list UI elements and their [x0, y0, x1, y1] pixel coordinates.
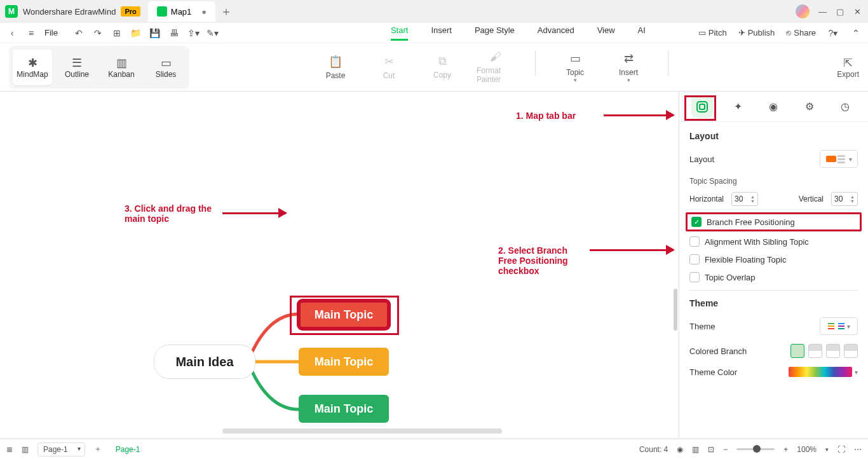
copy-button[interactable]: ⧉Copy [423, 50, 461, 84]
flex-floating-checkbox[interactable] [689, 254, 700, 264]
vertical-input[interactable]: 30▲▼ [831, 192, 858, 206]
view-icon[interactable]: ◉ [677, 445, 683, 454]
theme-label: Theme [689, 322, 715, 331]
view-outline[interactable]: ☰Outline [57, 50, 97, 85]
tab-ai[interactable]: AI [638, 25, 646, 41]
topic-button[interactable]: ▭Topic▾ [556, 50, 594, 84]
paste-button[interactable]: 📋Paste [316, 50, 355, 84]
publish-button[interactable]: ✈Publish [738, 28, 775, 38]
layout-selector[interactable]: ▾ [820, 150, 858, 168]
user-avatar[interactable] [796, 4, 810, 18]
options-button[interactable]: ⋯ [854, 445, 862, 454]
format-painter-icon: 🖌 [490, 50, 501, 64]
collapse-ribbon-button[interactable]: ⌃ [850, 28, 862, 38]
sparkle-icon: ✦ [734, 100, 742, 113]
back-button[interactable]: ‹ [6, 28, 18, 38]
titlebar: M Wondershare EdrawMind Pro Map1 ● ＋ — ▢… [0, 0, 868, 23]
format-painter-button[interactable]: 🖌Format Painter [477, 50, 515, 84]
tab-view[interactable]: View [597, 25, 615, 41]
view-kanban[interactable]: ▥Kanban [102, 50, 141, 85]
arrow-2 [590, 249, 674, 251]
settings-tab[interactable]: ⚙ [799, 96, 820, 118]
topic-spacing-label: Topic Spacing [689, 177, 858, 186]
tab-start[interactable]: Start [391, 25, 408, 41]
theme-selector[interactable]: ▾ [820, 317, 858, 335]
main-topic-1[interactable]: Main Topic [299, 301, 389, 329]
mindmap-icon: ✱ [28, 56, 37, 70]
file-menu[interactable]: File [44, 28, 58, 38]
fit-icon[interactable]: ⊡ [708, 445, 714, 454]
align-sibling-checkbox[interactable] [689, 236, 700, 247]
zoom-out-button[interactable]: − [723, 445, 728, 454]
spinner-icon: ▲▼ [850, 195, 855, 203]
view-label: MindMap [17, 70, 48, 79]
view-slides[interactable]: ▭Slides [146, 50, 186, 85]
history-tab[interactable]: ◷ [834, 96, 856, 118]
page-tab[interactable]: Page-1 [111, 444, 146, 455]
open-icon[interactable]: 📁 [130, 28, 142, 38]
horizontal-scrollbar[interactable] [222, 428, 502, 434]
view-label: Kanban [108, 70, 134, 79]
zoom-in-button[interactable]: + [783, 445, 788, 454]
zoom-slider[interactable] [736, 448, 775, 450]
annotation-3: 3. Click and drag the main topic [125, 203, 220, 224]
insert-icon: ⇄ [624, 51, 634, 65]
export-dd-icon[interactable]: ⇪▾ [187, 28, 199, 38]
theme-color-strip[interactable] [789, 367, 852, 377]
main-topic-2[interactable]: Main Topic [299, 348, 389, 376]
pitch-button[interactable]: ▭Pitch [698, 28, 727, 38]
new-icon[interactable]: ⊞ [111, 28, 123, 38]
ribbon-label: Copy [433, 71, 451, 79]
statusbar: ≣ ▥ Page-1 ＋ Page-1 Count: 4 ◉ ▥ ⊡ − + 1… [0, 439, 868, 459]
print-icon[interactable]: 🖶 [168, 28, 180, 38]
topic-overlap-checkbox[interactable] [689, 272, 700, 282]
branch-style-2[interactable] [808, 344, 822, 358]
shield-icon: ◉ [769, 100, 778, 113]
add-page-button[interactable]: ＋ [94, 444, 102, 455]
cut-button[interactable]: ✂Cut [370, 50, 408, 84]
close-window-button[interactable]: ✕ [854, 7, 863, 16]
branch-style-3[interactable] [826, 344, 840, 358]
tab-page-style[interactable]: Page Style [475, 25, 515, 41]
zoom-level[interactable]: 100% [797, 445, 817, 454]
save-icon[interactable]: 💾 [149, 28, 161, 38]
share-button[interactable]: ⎋Share [786, 28, 816, 38]
edit-dd-icon[interactable]: ✎▾ [207, 28, 218, 38]
page-dropdown[interactable]: Page-1 [37, 442, 85, 456]
doc-icon [157, 6, 167, 17]
align-sibling-label: Alignment With Sibling Topic [705, 237, 809, 247]
tab-advanced[interactable]: Advanced [538, 25, 574, 41]
vertical-scrollbar[interactable] [674, 289, 677, 331]
style-tab[interactable]: ✦ [727, 96, 749, 118]
branch-style-4[interactable] [844, 344, 858, 358]
menu-icon[interactable]: ≡ [25, 28, 37, 38]
insert-button[interactable]: ⇄Insert▾ [609, 50, 648, 84]
canvas[interactable]: Main Idea Main Topic Main Topic Main Top… [0, 92, 679, 437]
fullscreen-button[interactable]: ⛶ [837, 445, 845, 454]
branch-style-1[interactable] [790, 344, 804, 358]
outline-toggle-icon[interactable]: ≣ [6, 445, 13, 454]
tab-insert[interactable]: Insert [431, 25, 452, 41]
main-idea-node[interactable]: Main Idea [154, 345, 255, 379]
main-topic-3[interactable]: Main Topic [299, 395, 389, 423]
maximize-button[interactable]: ▢ [836, 7, 845, 16]
ribbon-label: Insert [619, 68, 638, 77]
map-tab-icon [696, 100, 709, 113]
help-button[interactable]: ?▾ [827, 28, 839, 38]
view-mindmap[interactable]: ✱MindMap [13, 50, 52, 85]
minimize-button[interactable]: — [818, 7, 827, 16]
branch-free-checkbox[interactable]: ✓ [691, 217, 702, 227]
add-tab-button[interactable]: ＋ [220, 4, 232, 19]
undo-button[interactable]: ↶ [73, 28, 85, 38]
document-tab[interactable]: Map1 ● [148, 1, 215, 22]
chevron-down-icon: ▾ [627, 77, 630, 83]
screen-icon[interactable]: ▥ [692, 445, 699, 454]
spinner-icon: ▲▼ [750, 195, 755, 203]
panel-toggle-icon[interactable]: ▥ [22, 445, 29, 454]
export-button[interactable]: ⇱Export [837, 56, 859, 79]
redo-button[interactable]: ↷ [92, 28, 104, 38]
mark-tab[interactable]: ◉ [763, 96, 784, 118]
map-tab[interactable] [691, 96, 713, 118]
view-label: Outline [65, 70, 89, 79]
horizontal-input[interactable]: 30▲▼ [731, 192, 758, 206]
